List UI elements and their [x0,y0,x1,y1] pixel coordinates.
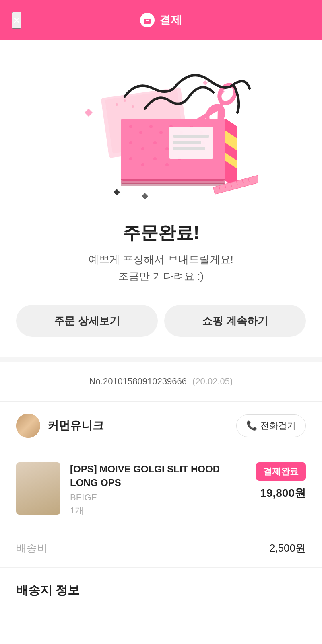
header-title: 결제 [140,12,182,28]
section-divider [0,357,322,362]
svg-point-29 [129,157,132,160]
order-date: (20.02.05) [192,376,233,386]
svg-point-11 [124,99,126,102]
call-label: 전화걸기 [260,420,296,432]
order-detail-button[interactable]: 주문 상세보기 [16,305,158,337]
svg-point-23 [141,147,144,150]
close-button[interactable]: × [12,12,21,29]
svg-rect-0 [144,19,151,24]
svg-point-30 [141,163,144,166]
svg-point-17 [159,131,163,134]
order-complete-title: 주문완료! [8,221,314,245]
product-image [16,462,60,515]
svg-rect-35 [173,135,209,138]
shipping-fee-row: 배송비 2,500원 [0,529,322,568]
store-info: 커먼유니크 [16,414,104,438]
shipping-fee-value: 2,500원 [269,541,306,555]
continue-shopping-button[interactable]: 쇼핑 계속하기 [164,305,306,337]
svg-marker-38 [225,119,237,189]
svg-point-25 [165,147,169,150]
svg-point-15 [139,131,142,134]
order-number-section: No.20101580910239666 (20.02.05) [0,362,322,402]
svg-point-10 [116,103,118,106]
svg-rect-36 [173,141,201,144]
svg-marker-5 [114,189,120,195]
phone-icon: 📞 [246,420,257,431]
order-complete-illustration [64,56,258,209]
svg-marker-7 [203,80,208,85]
svg-point-14 [129,125,132,128]
product-info: [OPS] MOIVE GOLGI SLIT HOOD LONG OPS BEI… [70,462,246,517]
svg-point-32 [165,163,169,166]
svg-rect-1 [146,20,149,21]
svg-point-12 [132,105,134,108]
svg-point-31 [153,157,157,160]
svg-point-24 [153,141,157,144]
illustration-area [0,40,322,217]
product-color: BEIGE [70,492,246,503]
svg-marker-2 [85,109,93,117]
product-name: [OPS] MOIVE GOLGI SLIT HOOD LONG OPS [70,462,246,489]
header: × 결제 [0,0,322,40]
svg-rect-37 [173,147,205,150]
product-quantity: 1개 [70,505,246,517]
order-number-text: No.20101580910239666 (20.02.05) [16,376,306,387]
order-id: No.20101580910239666 [89,376,187,386]
product-row: [OPS] MOIVE GOLGI SLIT HOOD LONG OPS BEI… [0,450,322,529]
store-row: 커먼유니크 📞 전화걸기 [0,402,322,450]
action-buttons-row: 주문 상세보기 쇼핑 계속하기 [0,301,322,357]
svg-point-22 [129,141,132,144]
svg-point-16 [149,125,153,128]
shipping-fee-label: 배송비 [16,541,47,555]
status-badge: 결제완료 [256,462,306,481]
svg-rect-42 [121,183,225,186]
order-complete-section: 주문완료! 예쁘게 포장해서 보내드릴게요! 조금만 기다려요 :) [0,217,322,301]
svg-marker-6 [142,193,148,199]
product-right: 결제완료 19,800원 [256,462,306,501]
shipping-info-title: 배송지 정보 [16,582,306,599]
shipping-info-section: 배송지 정보 [0,568,322,613]
product-price: 19,800원 [260,486,306,501]
order-complete-subtitle: 예쁘게 포장해서 보내드릴게요! 조금만 기다려요 :) [8,251,314,285]
avatar [16,414,40,438]
call-button[interactable]: 📞 전화걸기 [236,414,306,437]
zigzag-bag-icon [140,13,155,27]
store-name: 커먼유니크 [47,418,104,433]
